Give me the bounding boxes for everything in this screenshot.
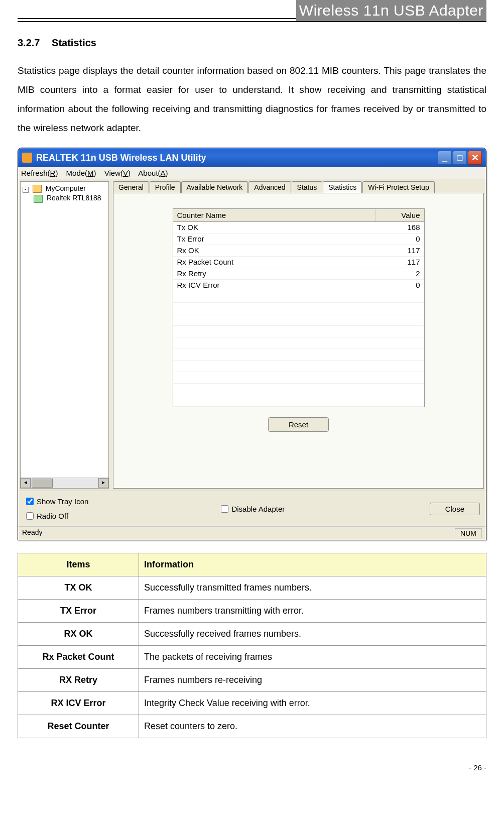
counter-name: Rx Retry	[173, 268, 376, 279]
stats-row[interactable]: Rx OK117	[173, 245, 424, 257]
close-window-button[interactable]: ✕	[468, 151, 482, 165]
info-description: The packets of receiving frames	[139, 646, 486, 669]
menu-bar: Refresh(R) Mode(M) View(V) About(A)	[18, 167, 486, 179]
menu-about[interactable]: About(A)	[138, 169, 168, 177]
counter-name: Tx OK	[173, 222, 376, 233]
radio-off-checkbox[interactable]	[26, 512, 34, 520]
scroll-left-icon[interactable]: ◄	[21, 478, 31, 488]
stats-row-empty	[173, 372, 424, 384]
info-description: Reset counters to zero.	[139, 715, 486, 738]
tree-child-node[interactable]: Realtek RTL8188	[23, 193, 106, 203]
info-row: RX ICV ErrorIntegrity Check Value receiv…	[18, 692, 486, 715]
tab-status[interactable]: Status	[292, 181, 323, 193]
section-title-text: Statistics	[52, 37, 96, 48]
column-header-name[interactable]: Counter Name	[173, 209, 376, 221]
stats-row-empty	[173, 326, 424, 337]
stats-row-empty	[173, 291, 424, 303]
disable-adapter-checkbox[interactable]	[221, 505, 228, 513]
show-tray-label: Show Tray Icon	[37, 497, 88, 506]
info-row: Rx Packet CountThe packets of receiving …	[18, 646, 486, 669]
info-row: TX OKSuccessfully transmitted frames num…	[18, 576, 486, 600]
tab-profile[interactable]: Profile	[150, 181, 181, 193]
scroll-right-icon[interactable]: ►	[98, 478, 108, 488]
status-bar: Ready NUM	[18, 526, 486, 540]
title-bar[interactable]: REALTEK 11n USB Wireless LAN Utility _ □…	[18, 148, 486, 167]
reset-button[interactable]: Reset	[268, 417, 329, 432]
tab-general[interactable]: General	[113, 181, 149, 193]
stats-row[interactable]: Tx OK168	[173, 222, 424, 233]
stats-row-empty	[173, 384, 424, 395]
horizontal-scrollbar[interactable]: ◄ ►	[21, 478, 108, 488]
page-number: - 26 -	[18, 763, 486, 772]
stats-row[interactable]: Rx Retry2	[173, 268, 424, 280]
counter-value: 117	[376, 245, 424, 256]
info-row: RX OKSuccessfully received frames number…	[18, 623, 486, 646]
menu-mode[interactable]: Mode(M)	[66, 169, 96, 177]
section-heading: 3.2.7 Statistics	[18, 37, 486, 49]
info-description: Successfully transmitted frames numbers.	[139, 576, 486, 600]
options-bar: Show Tray Icon Radio Off Disable Adapter…	[18, 491, 486, 526]
app-window: REALTEK 11n USB Wireless LAN Utility _ □…	[18, 148, 486, 540]
info-description: Frames numbers re-receiving	[139, 669, 486, 692]
counter-value: 0	[376, 233, 424, 245]
info-item: TX OK	[18, 576, 139, 600]
section-body: Statistics page displays the detail coun…	[18, 61, 486, 138]
document-title: Wireless 11n USB Adapter	[296, 0, 486, 21]
status-ready: Ready	[22, 528, 42, 538]
tab-advanced[interactable]: Advanced	[248, 181, 291, 193]
info-description: Frames numbers transmitting with error.	[139, 600, 486, 623]
tab-statistics[interactable]: Statistics	[323, 181, 362, 193]
stats-row-empty	[173, 337, 424, 349]
minimize-button[interactable]: _	[438, 151, 452, 165]
stats-row-empty	[173, 361, 424, 372]
collapse-icon[interactable]: -	[23, 187, 29, 193]
stats-row-empty	[173, 314, 424, 326]
section-number: 3.2.7	[18, 37, 40, 48]
info-header-info: Information	[139, 553, 486, 576]
statistics-list[interactable]: Counter Name Value Tx OK168Tx Error0Rx O…	[173, 208, 425, 407]
device-tree-panel: - MyComputer Realtek RTL8188 ◄ ►	[20, 181, 109, 489]
tree-root-node[interactable]: - MyComputer	[23, 184, 106, 193]
stats-row[interactable]: Rx Packet Count117	[173, 257, 424, 268]
tab-content: Counter Name Value Tx OK168Tx Error0Rx O…	[113, 193, 484, 489]
counter-name: Rx ICV Error	[173, 280, 376, 291]
status-num: NUM	[455, 528, 482, 538]
tab-available-network[interactable]: Available Network	[181, 181, 248, 193]
counter-name: Tx Error	[173, 233, 376, 245]
stats-row[interactable]: Tx Error0	[173, 233, 424, 245]
info-item: Reset Counter	[18, 715, 139, 738]
info-item: RX ICV Error	[18, 692, 139, 715]
counter-value: 0	[376, 280, 424, 291]
stats-row-empty	[173, 395, 424, 407]
counter-value: 168	[376, 222, 424, 233]
info-row: Reset CounterReset counters to zero.	[18, 715, 486, 738]
info-row: RX RetryFrames numbers re-receiving	[18, 669, 486, 692]
computer-icon	[33, 185, 42, 193]
show-tray-checkbox[interactable]	[26, 498, 34, 505]
info-description: Successfully received frames numbers.	[139, 623, 486, 646]
info-item: TX Error	[18, 600, 139, 623]
adapter-icon	[34, 195, 43, 203]
menu-view[interactable]: View(V)	[104, 169, 131, 177]
info-header-items: Items	[18, 553, 139, 576]
document-header: Wireless 11n USB Adapter	[18, 0, 486, 22]
info-description: Integrity Check Value receiving with err…	[139, 692, 486, 715]
stats-row-empty	[173, 303, 424, 314]
info-item: RX OK	[18, 623, 139, 646]
tab-wifi-protect[interactable]: Wi-Fi Protect Setup	[362, 181, 434, 193]
info-item: Rx Packet Count	[18, 646, 139, 669]
counter-value: 117	[376, 257, 424, 268]
window-title: REALTEK 11n USB Wireless LAN Utility	[36, 153, 206, 163]
tab-strip: General Profile Available Network Advanc…	[113, 181, 484, 193]
column-header-value[interactable]: Value	[376, 209, 424, 221]
menu-refresh[interactable]: Refresh(R)	[21, 169, 58, 177]
disable-adapter-label: Disable Adapter	[231, 505, 285, 513]
radio-off-label: Radio Off	[37, 512, 68, 520]
stats-row[interactable]: Rx ICV Error0	[173, 280, 424, 291]
info-row: TX ErrorFrames numbers transmitting with…	[18, 600, 486, 623]
maximize-button[interactable]: □	[453, 151, 467, 165]
scroll-thumb[interactable]	[32, 479, 53, 488]
app-icon	[22, 153, 32, 163]
info-item: RX Retry	[18, 669, 139, 692]
close-button[interactable]: Close	[430, 503, 480, 515]
